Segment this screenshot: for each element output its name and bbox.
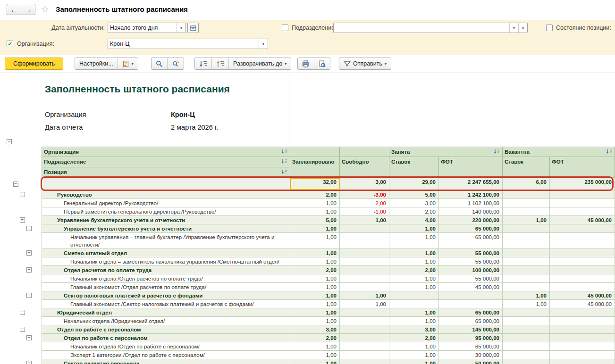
organization-input[interactable]: Крон-Ц ▾	[108, 39, 268, 49]
value-cell[interactable]	[550, 199, 615, 207]
table-row[interactable]: Начальник управления – главный бухгалтер…	[0, 233, 615, 249]
value-cell[interactable]	[550, 257, 615, 266]
value-cell[interactable]: 45 000,00	[550, 291, 615, 300]
value-cell[interactable]: 1,00	[290, 274, 340, 283]
row-name-cell[interactable]: Главный экономист /Отдел расчетов по опл…	[42, 283, 290, 291]
value-cell[interactable]: 6,00	[503, 178, 550, 190]
header-vacant[interactable]: Вакантна	[503, 147, 615, 157]
value-cell[interactable]: 1,00	[389, 233, 439, 249]
value-cell[interactable]: 1,00	[290, 207, 340, 216]
value-cell[interactable]: 65 000,00	[439, 342, 503, 351]
collapse-group-button[interactable]: −	[26, 267, 32, 273]
value-cell[interactable]	[550, 190, 615, 199]
clear-icon[interactable]: ×	[518, 23, 527, 33]
value-cell[interactable]: 45 000,00	[550, 300, 615, 308]
value-cell[interactable]	[550, 233, 615, 249]
value-cell[interactable]: 1,00	[290, 257, 340, 266]
value-cell[interactable]	[503, 325, 550, 334]
value-cell[interactable]: 2,00	[290, 190, 340, 199]
value-cell[interactable]	[503, 342, 550, 351]
table-row[interactable]: Генеральный директор /Руководство/1,00-2…	[0, 199, 615, 207]
value-cell[interactable]	[550, 351, 615, 359]
row-name-cell[interactable]: Сектор развития персонала	[42, 359, 290, 364]
collapse-group-button[interactable]: −	[20, 192, 25, 197]
table-row[interactable]: −Сектор налоговых платежей и расчетов с …	[0, 291, 615, 300]
value-cell[interactable]: -1,00	[340, 207, 389, 216]
value-cell[interactable]: 1,00	[290, 291, 340, 300]
value-cell[interactable]: 1,00	[389, 342, 439, 351]
value-cell[interactable]	[389, 300, 439, 308]
header-occupied[interactable]: Занята	[389, 147, 503, 157]
value-cell[interactable]	[340, 257, 389, 266]
value-cell[interactable]	[340, 224, 389, 233]
value-cell[interactable]	[340, 249, 389, 257]
value-cell[interactable]	[389, 291, 439, 300]
row-name-cell[interactable]: Управление бухгалтерского учета и отчетн…	[42, 224, 290, 233]
print-button[interactable]	[298, 58, 314, 69]
value-cell[interactable]: -3,00	[340, 190, 389, 199]
search-next-button[interactable]	[167, 58, 184, 69]
row-name-cell[interactable]: Руководство	[42, 190, 290, 199]
value-cell[interactable]	[503, 224, 550, 233]
table-row[interactable]: Главный экономист /Сектор налоговых плат…	[0, 300, 615, 308]
dropdown-arrow-icon[interactable]: ▾	[259, 39, 268, 49]
value-cell[interactable]: 1,00	[290, 199, 340, 207]
value-cell[interactable]: 2,00	[389, 207, 439, 216]
value-cell[interactable]: 1,00	[340, 291, 389, 300]
department-value[interactable]	[334, 23, 509, 33]
value-cell[interactable]: 1,00	[389, 283, 439, 291]
value-cell[interactable]: 1,00	[290, 283, 340, 291]
organization-value[interactable]: Крон-Ц	[108, 39, 259, 49]
value-cell[interactable]	[503, 266, 550, 274]
value-cell[interactable]	[503, 190, 550, 199]
value-cell[interactable]: 1 242 100,00	[439, 190, 503, 199]
row-name-cell[interactable]: Первый заместитель генерального директор…	[42, 207, 290, 216]
row-name-cell[interactable]: Главный экономист /Сектор налоговых плат…	[42, 300, 290, 308]
value-cell[interactable]	[550, 266, 615, 274]
value-cell[interactable]: 2,00	[290, 334, 340, 342]
value-cell[interactable]	[503, 233, 550, 249]
row-name-cell[interactable]: Начальник отдела /Отдел расчетов по опла…	[42, 274, 290, 283]
table-row[interactable]: −32,003,0029,002 247 655,006,00235 000,0…	[0, 178, 615, 190]
generate-button[interactable]: Сформировать	[5, 58, 63, 70]
sort-icon[interactable]	[606, 149, 613, 156]
value-cell[interactable]	[550, 342, 615, 351]
header-planned[interactable]: Запланировано	[290, 157, 340, 178]
value-cell[interactable]: 1,00	[290, 342, 340, 351]
value-cell[interactable]	[550, 207, 615, 216]
value-cell[interactable]: 1,00	[503, 216, 550, 224]
value-cell[interactable]: 140 000,00	[439, 207, 503, 216]
forward-button[interactable]: →	[21, 4, 35, 15]
value-cell[interactable]: 1,00	[389, 224, 439, 233]
value-cell[interactable]	[503, 351, 550, 359]
value-cell[interactable]	[340, 317, 389, 325]
header-organization[interactable]: Организация	[42, 147, 290, 157]
value-cell[interactable]: 2,00	[389, 334, 439, 342]
value-cell[interactable]: 3,00	[340, 178, 389, 190]
search-button[interactable]	[152, 58, 167, 69]
value-cell[interactable]	[503, 257, 550, 266]
header-free[interactable]: Свободно	[340, 157, 389, 178]
header-occupied-fot[interactable]: ФОТ	[439, 157, 503, 178]
value-cell[interactable]	[503, 334, 550, 342]
value-cell[interactable]: 1,00	[389, 317, 439, 325]
value-cell[interactable]: 1,00	[503, 300, 550, 308]
value-cell[interactable]: 1,00	[389, 249, 439, 257]
value-cell[interactable]: 5,00	[290, 216, 340, 224]
value-cell[interactable]	[550, 283, 615, 291]
value-cell[interactable]: 95 000,00	[439, 334, 503, 342]
department-checkbox[interactable]	[282, 25, 288, 31]
header-empty-cell[interactable]	[340, 147, 389, 157]
value-cell[interactable]	[550, 274, 615, 283]
value-cell[interactable]	[340, 283, 389, 291]
dropdown-arrow-icon[interactable]: ▾	[177, 23, 185, 33]
value-cell[interactable]	[503, 317, 550, 325]
collapse-group-button[interactable]: −	[20, 217, 25, 223]
value-cell[interactable]: 1,00	[290, 249, 340, 257]
value-cell[interactable]: 55 000,00	[439, 257, 503, 266]
collapse-group-button[interactable]: −	[13, 182, 18, 187]
table-row[interactable]: −Сметно-штатный отдел1,001,0055 000,00	[0, 249, 615, 257]
value-cell[interactable]: 1,00	[290, 233, 340, 249]
value-cell[interactable]	[340, 274, 389, 283]
collapse-group-button[interactable]: −	[20, 327, 25, 332]
